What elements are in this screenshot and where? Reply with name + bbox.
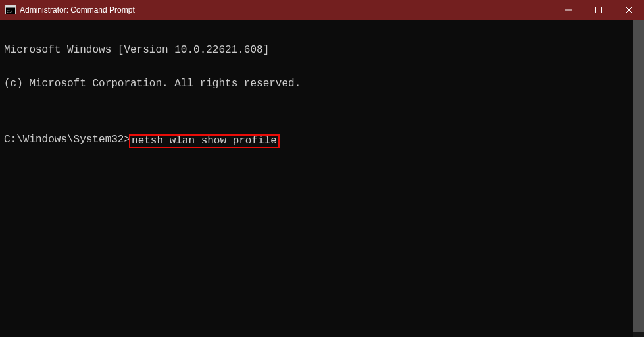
terminal-output[interactable]: Microsoft Windows [Version 10.0.22621.60… xyxy=(0,20,644,337)
window-controls xyxy=(553,0,644,20)
svg-text:C:\: C:\ xyxy=(7,9,12,14)
version-line: Microsoft Windows [Version 10.0.22621.60… xyxy=(4,45,640,56)
command-prompt-window: C:\ Administrator: Command Prompt Micros… xyxy=(0,0,644,337)
maximize-button[interactable] xyxy=(583,0,614,20)
prompt-line: C:\Windows\System32>netsh wlan show prof… xyxy=(4,134,640,148)
minimize-button[interactable] xyxy=(553,0,583,20)
window-title: Administrator: Command Prompt xyxy=(20,5,553,14)
cmd-icon: C:\ xyxy=(5,5,16,15)
typed-command: netsh wlan show profile xyxy=(132,135,277,147)
copyright-line: (c) Microsoft Corporation. All rights re… xyxy=(4,78,640,90)
prompt-path: C:\Windows\System32> xyxy=(4,134,130,145)
close-button[interactable] xyxy=(614,0,644,20)
titlebar[interactable]: C:\ Administrator: Command Prompt xyxy=(0,0,644,20)
scrollbar-thumb[interactable] xyxy=(633,20,644,332)
command-highlight: netsh wlan show profile xyxy=(129,134,280,148)
svg-rect-1 xyxy=(6,6,16,8)
svg-rect-4 xyxy=(596,7,602,13)
